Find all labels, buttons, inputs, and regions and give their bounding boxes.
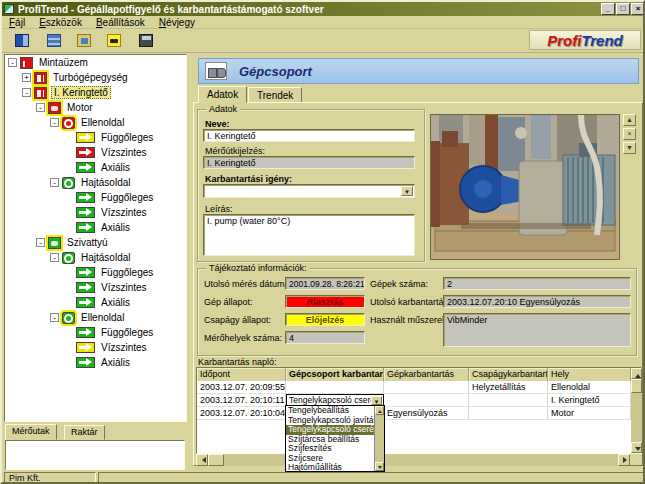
tree-item-f-gg-leges[interactable]: Függőleges <box>5 265 186 280</box>
tree-item-label[interactable]: Vízszintes <box>99 342 149 353</box>
tree-item-label[interactable]: Függőleges <box>99 327 155 338</box>
cell-r0c2[interactable] <box>384 381 469 394</box>
tree-item-i-keringtet-[interactable]: -I. Keringtető <box>5 85 186 100</box>
tree-item-label[interactable]: Ellenoldal <box>79 117 126 128</box>
tree-item-ellenoldal[interactable]: -Ellenoldal <box>5 310 186 325</box>
col-hely[interactable]: Hely <box>548 368 631 381</box>
tree-item-f-gg-leges[interactable]: Függőleges <box>5 130 186 145</box>
tree-item-label[interactable]: Turbógépegység <box>51 72 130 83</box>
tree-item-hajt-soldal[interactable]: -Hajtásoldal <box>5 175 186 190</box>
tree-expander[interactable]: - <box>36 103 45 112</box>
tree-item-label[interactable]: Motor <box>65 102 95 113</box>
tree-item-label[interactable]: Axiális <box>99 162 132 173</box>
tree-expander[interactable]: - <box>8 58 17 67</box>
database-button[interactable] <box>72 30 96 50</box>
col-idopont[interactable]: Időpont <box>197 368 286 381</box>
tree-item-hajt-soldal[interactable]: -Hajtásoldal <box>5 250 186 265</box>
tree-item-f-gg-leges[interactable]: Függőleges <box>5 325 186 340</box>
cell-r1c4[interactable]: I. Keringtető <box>548 394 631 407</box>
menu-settings[interactable]: Beállítások <box>89 17 152 28</box>
minimize-button[interactable]: _ <box>601 3 615 15</box>
tree-item-axi-lis[interactable]: Axiális <box>5 295 186 310</box>
tree-item-label[interactable]: Mintaüzem <box>37 57 90 68</box>
tree-item-v-zszintes[interactable]: Vízszintes <box>5 145 186 160</box>
tree-item-v-zszintes[interactable]: Vízszintes <box>5 340 186 355</box>
col-gepkarbantartas[interactable]: Gépkarbantartás <box>384 368 469 381</box>
scroll-up-button[interactable] <box>631 368 642 379</box>
tree-expander[interactable]: + <box>22 73 31 82</box>
col-csapagykarbantartas[interactable]: Csapágykarbantartás <box>469 368 548 381</box>
dropdown-option[interactable]: Tengelybeállítás <box>286 406 384 416</box>
exit-button[interactable] <box>10 30 34 50</box>
chevron-down-icon[interactable]: ▼ <box>401 186 413 196</box>
cell-r2c3[interactable] <box>469 407 548 420</box>
cell-r0c1[interactable] <box>286 381 384 394</box>
tree-item-label[interactable]: I. Keringtető <box>51 86 111 99</box>
maintenance-need-combobox[interactable]: ▼ <box>203 184 415 198</box>
cell-r2c4[interactable]: Motor <box>548 407 631 420</box>
dropdown-option-selected[interactable]: Tengelykapcsoló cseréje <box>286 425 384 435</box>
tree-item-turb-g-pegys-g[interactable]: +Turbógépegység <box>5 70 186 85</box>
cell-r0c3[interactable]: Helyzetállítás <box>469 381 548 394</box>
photo-delete-button[interactable]: × <box>623 128 636 140</box>
tree-item-ellenoldal[interactable]: -Ellenoldal <box>5 115 186 130</box>
tab-raktar[interactable]: Raktár <box>64 425 105 440</box>
photo-down-button[interactable]: ▼ <box>623 142 636 154</box>
menu-file[interactable]: Fájl <box>2 17 32 28</box>
tree-expander[interactable]: - <box>36 238 45 247</box>
tree-expander[interactable]: - <box>50 178 59 187</box>
tree-item-label[interactable]: Hajtásoldal <box>79 252 132 263</box>
tree-item-v-zszintes[interactable]: Vízszintes <box>5 280 186 295</box>
alarm-button[interactable] <box>102 30 126 50</box>
name-input[interactable]: I. Keringtető <box>203 129 415 142</box>
tree-item-v-zszintes[interactable]: Vízszintes <box>5 205 186 220</box>
tree-item-axi-lis[interactable]: Axiális <box>5 220 186 235</box>
tree-item-label[interactable]: Axiális <box>99 222 132 233</box>
tree-expander[interactable]: - <box>50 313 59 322</box>
tree-item-f-gg-leges[interactable]: Függőleges <box>5 190 186 205</box>
tree-item-label[interactable]: Vízszintes <box>99 147 149 158</box>
dropdown-scroll-up[interactable] <box>375 406 384 415</box>
vscroll-thumb[interactable] <box>631 379 642 393</box>
cell-r2c0[interactable]: 2003.12.07. 20:10:04 <box>197 407 286 420</box>
tree-expander[interactable]: - <box>50 118 59 127</box>
tab-adatok[interactable]: Adatok <box>198 86 247 103</box>
data-collector-button[interactable] <box>134 30 158 50</box>
tree-item-minta-zem[interactable]: -Mintaüzem <box>5 55 186 70</box>
route-list[interactable] <box>5 440 185 470</box>
tree-item-label[interactable]: Vízszintes <box>99 207 149 218</box>
col-gepcsoport-karbantartas[interactable]: Gépcsoport karbantartás <box>286 368 384 381</box>
tree-item-axi-lis[interactable]: Axiális <box>5 160 186 175</box>
dropdown-option[interactable]: Tengelykapcsoló javítása <box>286 416 384 426</box>
tree-item-label[interactable]: Hajtásoldal <box>79 177 132 188</box>
tree-item-label[interactable]: Ellenoldal <box>79 312 126 323</box>
tree-item-label[interactable]: Függőleges <box>99 192 155 203</box>
tree-item-label[interactable]: Vízszintes <box>99 282 149 293</box>
scroll-right-button[interactable] <box>618 454 630 466</box>
description-textarea[interactable]: I. pump (water 80°C) <box>203 214 415 256</box>
cell-r0c0[interactable]: 2003.12.07. 20:09:55 <box>197 381 286 394</box>
maximize-button[interactable]: □ <box>616 3 630 15</box>
hscroll-thumb[interactable] <box>208 454 224 466</box>
cell-r0c4[interactable]: Ellenoldal <box>548 381 631 394</box>
measurement-button[interactable] <box>42 30 66 50</box>
scroll-down-button[interactable] <box>631 442 642 453</box>
cell-r1c2[interactable] <box>384 394 469 407</box>
dropdown-scrollbar[interactable] <box>374 406 384 471</box>
dropdown-option[interactable]: Szíjcsere <box>286 454 384 464</box>
tree-item-label[interactable]: Szivattyú <box>65 237 110 248</box>
scroll-left-button[interactable] <box>196 454 208 466</box>
menu-about[interactable]: Névjegy <box>152 17 202 28</box>
log-hscrollbar[interactable] <box>196 454 630 466</box>
photo-up-button[interactable]: ▲ <box>623 114 636 126</box>
tree-item-szivatty-[interactable]: -Szivattyú <box>5 235 186 250</box>
dropdown-option[interactable]: Szíjtárcsa beállítás <box>286 435 384 445</box>
cell-r2c2[interactable]: Egyensúlyozás <box>384 407 469 420</box>
log-vscrollbar[interactable] <box>631 368 642 453</box>
tree-item-label[interactable]: Axiális <box>99 357 132 368</box>
cell-r1c0[interactable]: 2003.12.07. 20:10:11 <box>197 394 286 407</box>
cell-r1c3[interactable] <box>469 394 548 407</box>
tab-trendek[interactable]: Trendek <box>248 87 302 103</box>
tab-merutak[interactable]: Mérőutak <box>5 424 57 440</box>
dropdown-option[interactable]: Szíjfeszítés <box>286 444 384 454</box>
